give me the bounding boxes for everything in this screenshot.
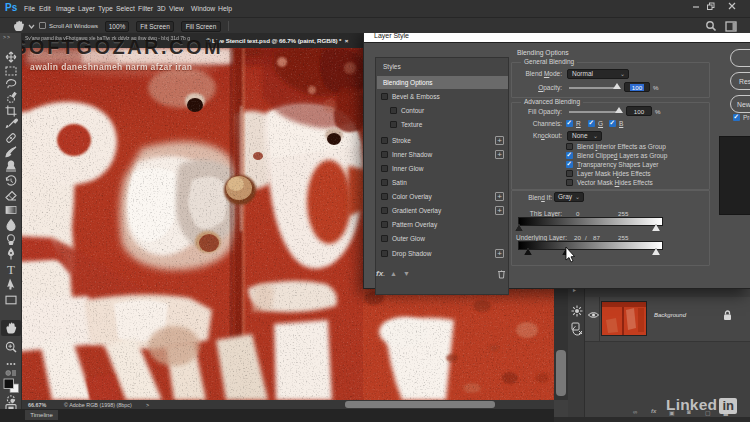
svg-text:T: T <box>7 262 15 277</box>
